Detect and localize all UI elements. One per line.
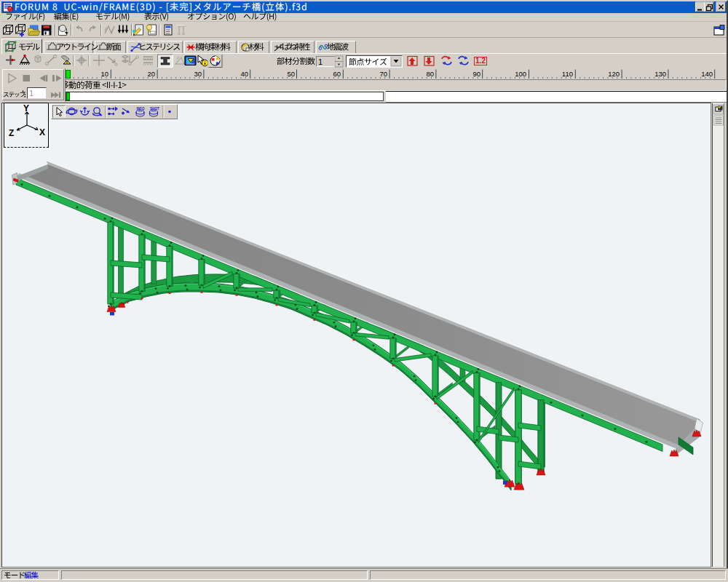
svg-text:SHOT: SHOT — [150, 107, 159, 111]
svg-text:INFO: INFO — [137, 107, 145, 111]
